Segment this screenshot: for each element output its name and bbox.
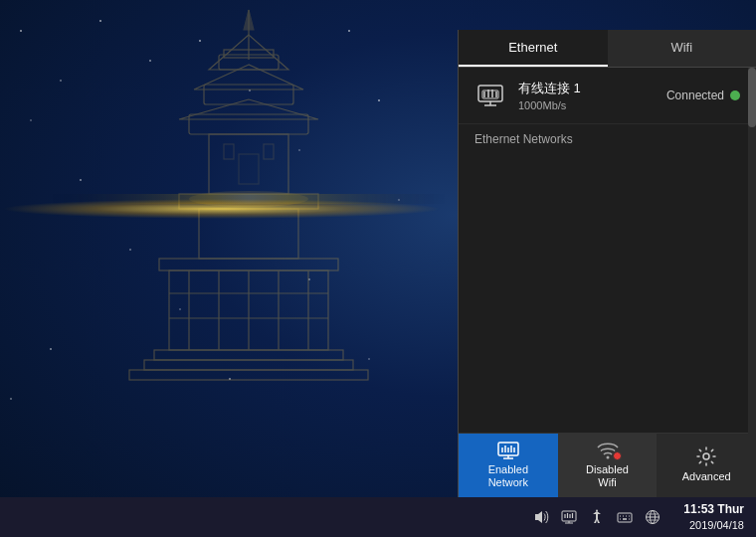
- tab-wifi[interactable]: Wifi: [608, 30, 757, 67]
- network-panel: Ethernet Wifi: [458, 30, 756, 497]
- advanced-button[interactable]: Advanced: [657, 434, 756, 497]
- svg-rect-9: [209, 134, 288, 194]
- accessibility-icon[interactable]: [585, 503, 609, 531]
- wifi-disabled-icon: [597, 442, 619, 459]
- svg-marker-1: [244, 10, 254, 30]
- scrollbar-track[interactable]: [748, 68, 756, 497]
- ethernet-icon: [474, 80, 506, 111]
- globe-icon[interactable]: [641, 503, 664, 531]
- keyboard-icon[interactable]: [613, 503, 637, 531]
- svg-marker-8: [179, 99, 318, 119]
- svg-rect-28: [50, 194, 448, 204]
- disabled-wifi-label: DisabledWifi: [586, 463, 629, 489]
- empty-area: [459, 154, 756, 433]
- tab-bar: Ethernet Wifi: [459, 30, 756, 68]
- scrollbar-thumb[interactable]: [748, 68, 756, 127]
- section-header: Ethernet Networks: [459, 124, 756, 154]
- disabled-badge: [613, 451, 622, 460]
- disabled-wifi-button[interactable]: DisabledWifi: [558, 434, 658, 497]
- svg-point-54: [596, 510, 598, 512]
- tower-illustration: [50, 0, 448, 497]
- svg-rect-25: [144, 360, 353, 370]
- panel-body: 有线连接 1 1000Mb/s Connected Ethernet Netwo…: [459, 68, 756, 497]
- gear-icon: [696, 447, 716, 466]
- svg-rect-5: [204, 85, 293, 104]
- connection-name: 有线连接 1: [518, 80, 666, 97]
- volume-icon[interactable]: [529, 503, 553, 531]
- svg-rect-10: [224, 144, 234, 159]
- connection-speed: 1000Mb/s: [518, 99, 666, 111]
- connection-details: 有线连接 1 1000Mb/s: [518, 80, 666, 111]
- datetime-display[interactable]: 11:53 Thur 2019/04/18: [668, 501, 748, 533]
- svg-rect-55: [618, 513, 632, 522]
- status-indicator: [730, 90, 740, 100]
- clock-time: 11:53 Thur: [683, 501, 744, 518]
- enabled-network-label: EnabledNetwork: [488, 463, 528, 489]
- network-icon: [497, 442, 519, 459]
- svg-rect-11: [264, 144, 274, 159]
- connection-status-text: Connected: [666, 89, 724, 102]
- svg-point-45: [606, 455, 609, 458]
- tab-ethernet[interactable]: Ethernet: [459, 30, 608, 67]
- svg-rect-26: [129, 370, 368, 380]
- svg-rect-47: [562, 511, 576, 521]
- svg-rect-14: [199, 209, 298, 259]
- svg-rect-24: [154, 350, 343, 360]
- connection-status: Connected: [666, 89, 740, 102]
- connection-item[interactable]: 有线连接 1 1000Mb/s Connected: [459, 68, 756, 124]
- svg-rect-12: [239, 154, 259, 184]
- desktop: Ethernet Wifi: [0, 0, 756, 537]
- svg-rect-15: [159, 259, 338, 270]
- bottom-buttons: EnabledNetwork: [459, 433, 756, 497]
- enabled-network-button[interactable]: EnabledNetwork: [459, 434, 558, 497]
- svg-point-46: [703, 453, 709, 459]
- taskbar: 11:53 Thur 2019/04/18: [0, 497, 756, 537]
- advanced-label: Advanced: [682, 470, 731, 483]
- network-taskbar-icon[interactable]: [557, 503, 581, 531]
- clock-date: 2019/04/18: [689, 518, 744, 533]
- svg-rect-7: [189, 114, 308, 134]
